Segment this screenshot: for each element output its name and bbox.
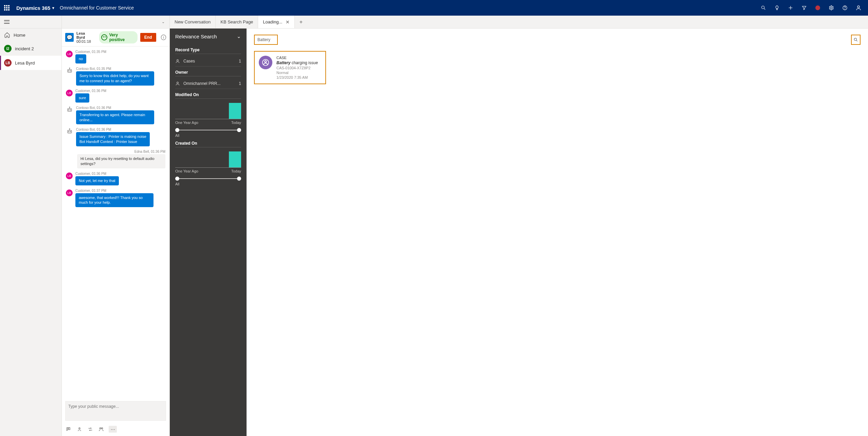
session-badge: LB (4, 59, 12, 67)
app-name: Omnichannel for Customer Service (60, 5, 134, 11)
result-card-case[interactable]: CASE Battery charging issue CAS-01004-X7… (254, 51, 326, 84)
smile-icon (101, 34, 107, 40)
svg-point-27 (177, 82, 179, 84)
message-meta: Contoso Bot, 01:35 PM (76, 67, 154, 71)
svg-point-9 (69, 71, 69, 71)
notes-icon[interactable] (98, 426, 105, 433)
chat-channel-icon: 💬 (65, 33, 74, 42)
customer-avatar: LB (66, 172, 73, 179)
plus-icon[interactable] (787, 4, 794, 11)
chevron-down-icon[interactable]: ⌄ (237, 33, 241, 39)
range-left: One Year Ago (175, 169, 198, 173)
message-meta: Customer, 01:35 PM (75, 50, 106, 54)
svg-point-28 (854, 38, 856, 40)
message-meta: Edna Bell, 01:36 PM (134, 150, 165, 153)
more-icon[interactable]: ⋯ (109, 426, 117, 433)
histogram-bar (229, 103, 241, 119)
search-results-panel: CASE Battery charging issue CAS-01004-X7… (247, 29, 868, 436)
message-bubble: no (75, 54, 86, 63)
message-bubble: Transferring to an agent. Please remain … (76, 110, 154, 125)
session-badge: I2 (4, 45, 12, 52)
sidebar-item-incident[interactable]: I2 incident 2 (0, 41, 61, 56)
message-bubble: Not yet, let me try that (75, 176, 119, 185)
message-bubble: awesome, that worked!!! Thank you so muc… (75, 193, 153, 207)
facet-owner-header: Owner (175, 70, 241, 76)
consult-icon[interactable] (76, 426, 83, 433)
facet-row-owner[interactable]: Omnichannel PRR... 1 (175, 78, 241, 89)
svg-point-14 (69, 109, 69, 110)
message-bubble: sure (75, 93, 89, 103)
facet-label: Omnichannel PRR... (183, 81, 220, 86)
created-on-slider[interactable] (175, 176, 241, 181)
presence-indicator[interactable] (814, 4, 821, 11)
message-bubble: Issue Summary : Printer is making noiseB… (76, 132, 150, 146)
message-input[interactable] (65, 401, 166, 421)
svg-point-12 (69, 68, 70, 69)
svg-point-23 (79, 428, 80, 429)
info-icon[interactable]: i (161, 35, 166, 40)
tab-loading[interactable]: Loading... ✕ (258, 16, 295, 28)
slider-all-label: All (175, 133, 241, 138)
created-on-histogram (175, 151, 241, 168)
gear-icon[interactable] (828, 4, 835, 11)
hamburger-icon[interactable] (4, 20, 10, 24)
conversation-panel: 💬 Lesa Byrd 00:01:18 Very positive End i… (62, 29, 170, 436)
result-title: Battery charging issue (276, 60, 318, 65)
tab-kb-search[interactable]: KB Search Page (216, 16, 258, 28)
tab-label: Loading... (263, 19, 282, 24)
case-avatar-icon (259, 56, 272, 69)
filter-icon[interactable] (801, 4, 808, 11)
relevance-title: Relevance Search (175, 34, 217, 39)
svg-point-19 (69, 131, 69, 132)
customer-avatar: LB (66, 189, 73, 196)
svg-point-4 (831, 7, 832, 8)
chat-message: Contoso Bot, 01:36 PMIssue Summary : Pri… (66, 128, 165, 146)
modified-on-slider[interactable] (175, 127, 241, 133)
message-meta: Customer, 01:36 PM (75, 89, 106, 93)
result-date: 1/23/2020 7:35 AM (276, 75, 318, 79)
help-icon[interactable] (842, 4, 848, 11)
tab-add-button[interactable]: + (295, 16, 307, 28)
sidebar-item-lesa[interactable]: LB Lesa Byrd (0, 56, 61, 70)
facet-record-type-header: Record Type (175, 48, 241, 54)
sentiment-pill: Very positive (99, 31, 138, 43)
chat-transcript: LBCustomer, 01:35 PMnoContoso Bot, 01:35… (62, 47, 169, 399)
person-icon (175, 59, 180, 63)
tab-new-conversation[interactable]: New Conversation (170, 16, 216, 28)
svg-point-0 (762, 6, 764, 9)
person-icon (175, 81, 180, 86)
bot-icon (66, 106, 73, 113)
search-input[interactable] (254, 35, 278, 45)
account-icon[interactable] (855, 4, 862, 11)
conversation-timer: 00:01:18 (76, 39, 94, 43)
end-button[interactable]: End (140, 33, 156, 42)
facet-row-cases[interactable]: Cases 1 (175, 56, 241, 67)
svg-point-22 (69, 129, 70, 129)
tab-label: KB Search Page (220, 19, 253, 24)
transfer-icon[interactable] (87, 426, 94, 433)
message-meta: Contoso Bot, 01:36 PM (76, 128, 150, 131)
message-bubble: Hi Lesa, did you try resetting to defaul… (77, 154, 165, 168)
message-bubble: Sorry to know this didnt help, do you wa… (76, 71, 154, 86)
message-meta: Customer, 01:36 PM (75, 172, 119, 176)
search-icon (853, 37, 858, 42)
chat-message: Contoso Bot, 01:36 PMTransferring to an … (66, 106, 165, 125)
search-button[interactable] (851, 35, 861, 45)
result-priority: Normal (276, 71, 318, 75)
chat-message: LBCustomer, 01:35 PMno (66, 50, 165, 63)
histogram-bar (229, 151, 241, 167)
lightbulb-icon[interactable] (774, 4, 780, 11)
facet-modified-header: Modified On (175, 92, 241, 99)
svg-point-24 (100, 428, 101, 429)
sidebar-item-home[interactable]: Home (0, 29, 61, 41)
home-icon (4, 32, 10, 38)
close-icon[interactable]: ✕ (286, 19, 290, 25)
session-dropdown[interactable]: ⌄ (62, 16, 170, 28)
brand-switcher[interactable]: Dynamics 365 ▾ (16, 5, 54, 11)
search-icon[interactable] (760, 4, 767, 11)
app-launcher-icon[interactable] (3, 4, 12, 12)
quick-reply-icon[interactable] (65, 426, 72, 433)
message-meta: Customer, 01:37 PM (75, 189, 153, 193)
modified-on-histogram (175, 103, 241, 119)
tab-label: New Conversation (175, 19, 211, 24)
